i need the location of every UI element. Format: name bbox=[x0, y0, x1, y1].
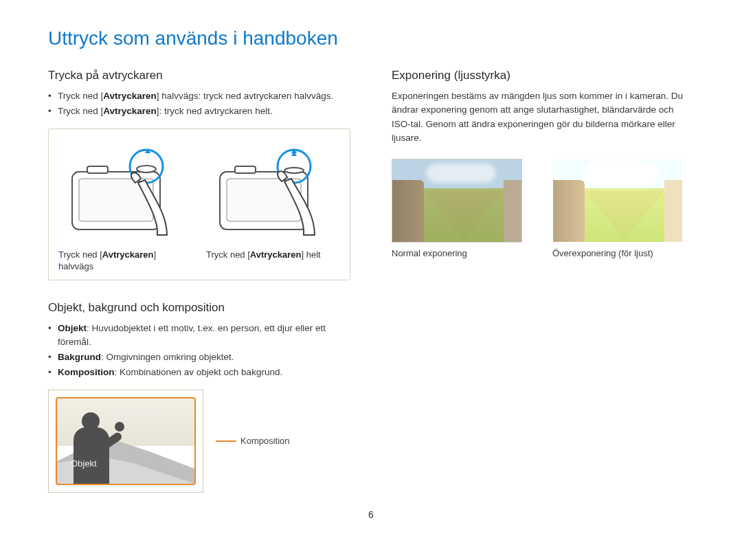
bullet-item: Komposition: Kombinationen av objekt och… bbox=[48, 366, 350, 379]
svg-point-9 bbox=[284, 168, 304, 173]
composition-figure: Bakgrund Objekt Komposition bbox=[48, 390, 350, 493]
bullet-item: Objekt: Huvudobjektet i ett motiv, t.ex.… bbox=[48, 322, 350, 350]
exposure-heading: Exponering (ljusstyrka) bbox=[392, 69, 694, 82]
page-number: 6 bbox=[48, 509, 694, 520]
shutter-figure-box: Tryck ned [Avtryckaren] halvvägs Tryck n… bbox=[48, 128, 350, 280]
right-column: Exponering (ljusstyrka) Exponeringen bes… bbox=[392, 69, 694, 493]
camera-halfpress-illustration bbox=[64, 139, 188, 242]
composition-bullets: Objekt: Huvudobjektet i ett motiv, t.ex.… bbox=[48, 322, 350, 380]
bullet-item: Tryck ned [Avtryckaren]: tryck ned avtry… bbox=[48, 104, 350, 118]
exposure-caption-normal: Normal exponering bbox=[392, 248, 533, 258]
subject-silhouette bbox=[67, 412, 117, 484]
page-title: Uttryck som används i handboken bbox=[48, 27, 694, 49]
composition-box: Bakgrund Objekt bbox=[48, 390, 203, 493]
composition-heading: Objekt, bakgrund och komposition bbox=[48, 301, 350, 315]
shutter-caption-full: Tryck ned [Avtryckaren] helt bbox=[206, 249, 340, 261]
exposure-caption-over: Överexponering (för ljust) bbox=[552, 248, 694, 258]
exposure-photo-over bbox=[552, 159, 683, 243]
shutter-heading: Trycka på avtryckaren bbox=[48, 69, 350, 82]
exposure-photo-normal bbox=[392, 159, 522, 243]
svg-rect-2 bbox=[87, 166, 108, 173]
svg-point-4 bbox=[137, 166, 156, 172]
bullet-item: Tryck ned [Avtryckaren] halvvägs: tryck … bbox=[48, 89, 350, 103]
shutter-bullets: Tryck ned [Avtryckaren] halvvägs: tryck … bbox=[48, 89, 350, 119]
camera-fullpress-illustration bbox=[212, 139, 335, 242]
exposure-body: Exponeringen bestäms av mängden ljus som… bbox=[392, 89, 694, 145]
label-bakgrund: Bakgrund bbox=[115, 408, 153, 418]
shutter-caption-half: Tryck ned [Avtryckaren] halvvägs bbox=[58, 249, 192, 273]
label-objekt: Objekt bbox=[71, 458, 97, 469]
label-komposition: Komposition bbox=[240, 436, 290, 446]
left-column: Trycka på avtryckaren Tryck ned [Avtryck… bbox=[48, 69, 350, 493]
connector-line bbox=[216, 440, 236, 442]
bullet-item: Bakgrund: Omgivningen omkring objektet. bbox=[48, 350, 350, 364]
svg-rect-7 bbox=[235, 166, 256, 173]
